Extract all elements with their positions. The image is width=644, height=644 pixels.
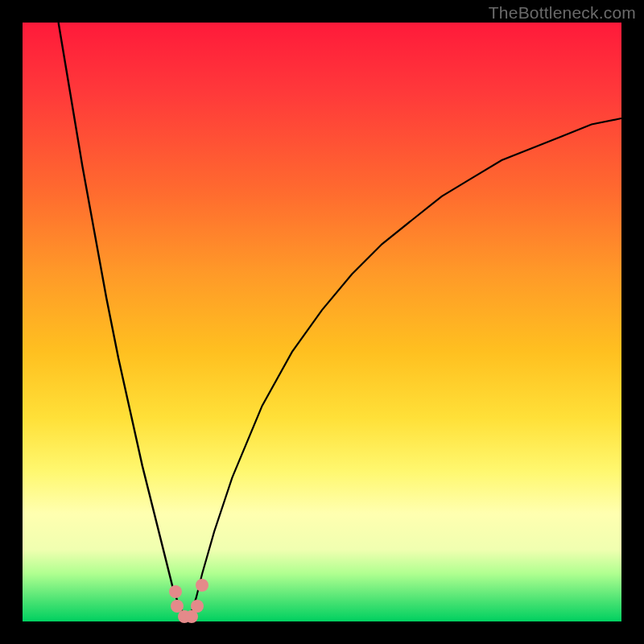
optimum-marker bbox=[196, 579, 208, 592]
chart-frame: TheBottleneck.com bbox=[0, 0, 644, 644]
curve-right-branch bbox=[188, 118, 621, 621]
bottleneck-curve bbox=[23, 23, 621, 621]
plot-area bbox=[23, 23, 621, 621]
optimum-marker bbox=[169, 585, 182, 598]
optimum-marker bbox=[191, 600, 204, 613]
watermark-text: TheBottleneck.com bbox=[489, 3, 636, 23]
curve-left-branch bbox=[59, 23, 188, 621]
